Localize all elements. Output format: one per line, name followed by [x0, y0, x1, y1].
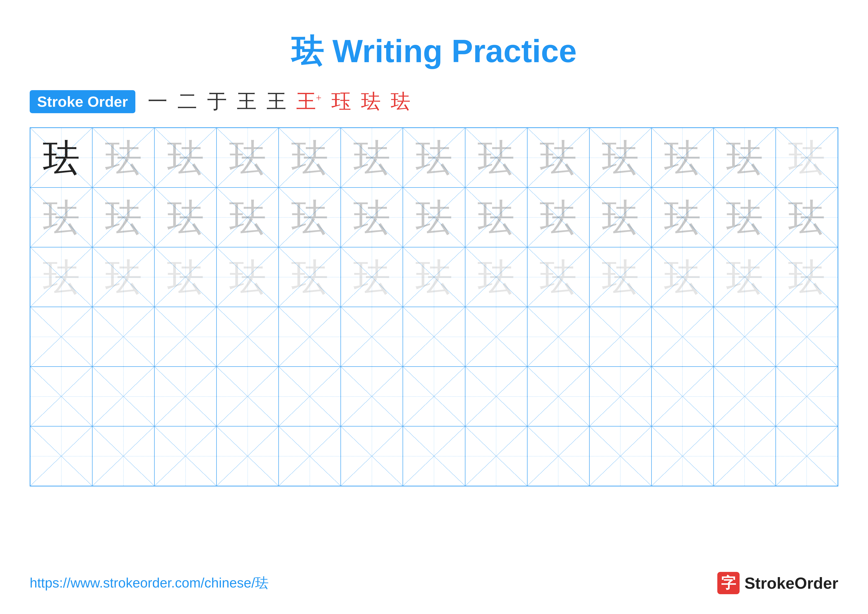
grid-cell-r2c2: 珐	[92, 188, 154, 247]
grid-cell-r5c13[interactable]	[776, 367, 838, 426]
grid-cell-r6c11[interactable]	[651, 426, 714, 486]
grid-cell-r2c9: 珐	[527, 188, 589, 247]
grid-cell-r2c7: 珐	[403, 188, 465, 247]
grid-cell-r4c1[interactable]	[30, 307, 92, 367]
grid-cell-r1c10: 珐	[589, 128, 651, 188]
grid-cell-r5c6[interactable]	[341, 367, 403, 426]
footer: https://www.strokeorder.com/chinese/珐 字 …	[30, 572, 838, 594]
grid-cell-r4c6[interactable]	[341, 307, 403, 367]
grid-cell-r3c6: 珐	[341, 247, 403, 307]
stroke-steps: 一 二 于 王 王 王+ 珏 珐 珐	[148, 88, 411, 115]
grid-cell-r6c6[interactable]	[341, 426, 403, 486]
stroke-step-8: 珐	[361, 88, 381, 115]
grid-cell-r3c9: 珐	[527, 247, 589, 307]
grid-cell-r3c12: 珐	[714, 247, 776, 307]
grid-cell-r2c6: 珐	[341, 188, 403, 247]
stroke-step-7: 珏	[331, 88, 351, 115]
grid-cell-r2c4: 珐	[217, 188, 279, 247]
grid-cell-r2c1: 珐	[30, 188, 92, 247]
grid-cell-r2c10: 珐	[589, 188, 651, 247]
grid-cell-r5c8[interactable]	[465, 367, 527, 426]
grid-cell-r4c3[interactable]	[154, 307, 217, 367]
grid-cell-r6c3[interactable]	[154, 426, 217, 486]
grid-cell-r5c12[interactable]	[714, 367, 776, 426]
grid-cell-r5c7[interactable]	[403, 367, 465, 426]
grid-cell-r1c5: 珐	[279, 128, 341, 188]
stroke-order-row: Stroke Order 一 二 于 王 王 王+ 珏 珐 珐	[30, 88, 838, 115]
grid-cell-r1c13: 珐	[776, 128, 838, 188]
grid-cell-r2c12: 珐	[714, 188, 776, 247]
grid-cell-r4c13[interactable]	[776, 307, 838, 367]
stroke-step-6: 王+	[296, 88, 322, 115]
grid-cell-r3c5: 珐	[279, 247, 341, 307]
grid-cell-r3c4: 珐	[217, 247, 279, 307]
grid-cell-r2c5: 珐	[279, 188, 341, 247]
char-dark: 珐	[43, 139, 80, 176]
grid-cell-r3c3: 珐	[154, 247, 217, 307]
grid-cell-r6c8[interactable]	[465, 426, 527, 486]
grid-cell-r6c7[interactable]	[403, 426, 465, 486]
grid-cell-r4c10[interactable]	[589, 307, 651, 367]
grid-cell-r6c13[interactable]	[776, 426, 838, 486]
grid-cell-r5c11[interactable]	[651, 367, 714, 426]
grid-cell-r4c9[interactable]	[527, 307, 589, 367]
logo-icon: 字	[717, 572, 739, 594]
grid-cell-r3c7: 珐	[403, 247, 465, 307]
grid-cell-r4c4[interactable]	[217, 307, 279, 367]
grid-cell-r6c12[interactable]	[714, 426, 776, 486]
grid-cell-r1c1: 珐	[30, 128, 92, 188]
grid-cell-r3c10: 珐	[589, 247, 651, 307]
grid-cell-r5c1[interactable]	[30, 367, 92, 426]
stroke-step-3: 于	[207, 88, 227, 115]
grid-cell-r6c1[interactable]	[30, 426, 92, 486]
grid-cell-r6c5[interactable]	[279, 426, 341, 486]
stroke-step-1: 一	[148, 88, 167, 115]
grid-cell-r1c7: 珐	[403, 128, 465, 188]
grid-cell-r1c2: 珐	[92, 128, 154, 188]
grid-cell-r3c8: 珐	[465, 247, 527, 307]
grid-cell-r6c2[interactable]	[92, 426, 154, 486]
logo-name: StrokeOrder	[744, 574, 838, 592]
grid-cell-r6c9[interactable]	[527, 426, 589, 486]
grid-cell-r5c4[interactable]	[217, 367, 279, 426]
stroke-step-5: 王	[267, 88, 286, 115]
grid-cell-r3c13: 珐	[776, 247, 838, 307]
grid-cell-r4c7[interactable]	[403, 307, 465, 367]
grid-cell-r2c8: 珐	[465, 188, 527, 247]
stroke-step-2: 二	[177, 88, 197, 115]
grid-cell-r1c12: 珐	[714, 128, 776, 188]
grid-cell-r4c2[interactable]	[92, 307, 154, 367]
grid-cell-r6c10[interactable]	[589, 426, 651, 486]
grid-cell-r4c12[interactable]	[714, 307, 776, 367]
grid-cell-r1c9: 珐	[527, 128, 589, 188]
grid-cell-r4c8[interactable]	[465, 307, 527, 367]
grid-cell-r3c2: 珐	[92, 247, 154, 307]
grid-cell-r1c11: 珐	[651, 128, 714, 188]
grid-cell-r1c8: 珐	[465, 128, 527, 188]
stroke-order-badge: Stroke Order	[30, 90, 135, 113]
grid-cell-r1c6: 珐	[341, 128, 403, 188]
grid-cell-r4c11[interactable]	[651, 307, 714, 367]
grid-cell-r2c3: 珐	[154, 188, 217, 247]
grid-cell-r5c2[interactable]	[92, 367, 154, 426]
stroke-step-4: 王	[237, 88, 257, 115]
grid-cell-r5c3[interactable]	[154, 367, 217, 426]
page-title: 珐 Writing Practice	[30, 30, 838, 73]
grid-cell-r3c1: 珐	[30, 247, 92, 307]
grid-cell-r2c11: 珐	[651, 188, 714, 247]
page: 珐 Writing Practice Stroke Order 一 二 于 王 …	[0, 0, 868, 614]
grid-cell-r1c4: 珐	[217, 128, 279, 188]
grid-cell-r6c4[interactable]	[217, 426, 279, 486]
grid-cell-r5c5[interactable]	[279, 367, 341, 426]
grid-cell-r5c9[interactable]	[527, 367, 589, 426]
footer-url: https://www.strokeorder.com/chinese/珐	[30, 574, 269, 592]
grid-cell-r1c3: 珐	[154, 128, 217, 188]
footer-logo: 字 StrokeOrder	[717, 572, 838, 594]
grid-cell-r5c10[interactable]	[589, 367, 651, 426]
grid-cell-r2c13: 珐	[776, 188, 838, 247]
grid-cell-r3c11: 珐	[651, 247, 714, 307]
grid-cell-r4c5[interactable]	[279, 307, 341, 367]
stroke-step-9: 珐	[391, 88, 411, 115]
practice-grid: 珐 珐 珐 珐 珐 珐 珐 珐	[30, 127, 838, 487]
